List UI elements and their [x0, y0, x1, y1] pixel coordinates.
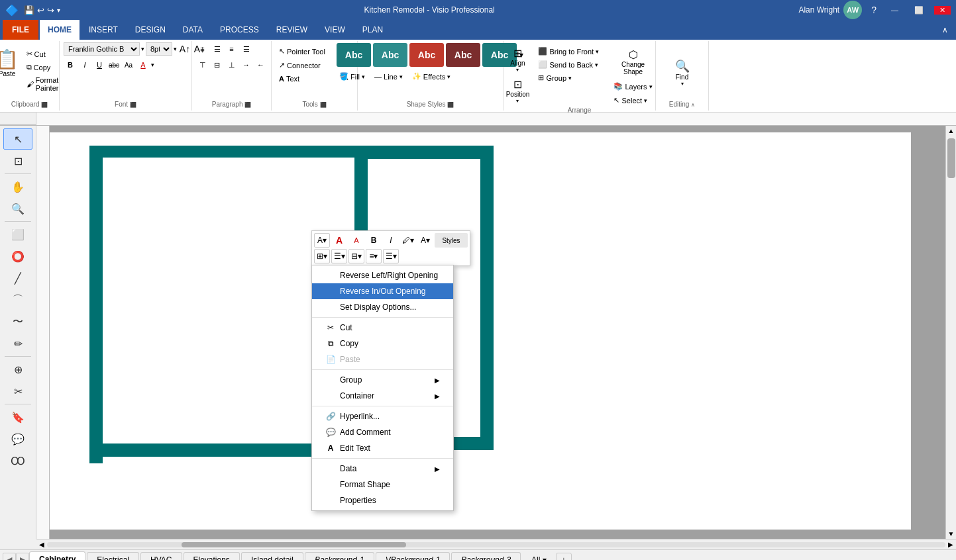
send-back-dropdown[interactable]: ▾	[595, 62, 598, 68]
select-dropdown[interactable]: ▾	[644, 97, 647, 104]
italic-btn[interactable]: I	[78, 58, 91, 71]
h-scroll-thumb[interactable]	[182, 542, 406, 547]
ctx-group[interactable]: Group ▶	[312, 372, 453, 388]
connection-tool-btn[interactable]: ⊕	[3, 359, 32, 380]
strikethrough-btn[interactable]: abc	[107, 58, 121, 71]
mini-italic-btn[interactable]: I	[383, 233, 399, 248]
effects-dropdown[interactable]: ▾	[447, 73, 451, 80]
tab-vbackground-1[interactable]: VBackground-1	[376, 552, 451, 560]
bring-to-front-btn[interactable]: ⬛ Bring to Front ▾	[535, 45, 608, 58]
data-tab[interactable]: DATA	[175, 20, 211, 40]
mini-highlight-btn[interactable]: 🖊▾	[400, 233, 416, 248]
add-sheet-btn[interactable]: +	[556, 553, 572, 561]
format-painter-button[interactable]: 🖌 Format Painter	[23, 74, 66, 94]
pan-tool-btn[interactable]: ✋	[3, 176, 32, 197]
scroll-left-btn[interactable]: ◀	[36, 541, 47, 548]
font-family-select[interactable]: Franklin Gothic B	[64, 42, 140, 56]
find-dropdown[interactable]: ▾	[681, 81, 684, 87]
ctx-cut[interactable]: ✂ Cut	[312, 320, 453, 336]
send-to-back-btn[interactable]: ⬜ Send to Back ▾	[535, 58, 608, 71]
callout-tool-btn[interactable]: 💬	[3, 428, 32, 449]
justify-btn[interactable]: ☰	[240, 42, 253, 56]
mini-list-btn[interactable]: ≡▾	[366, 249, 382, 263]
view-tab[interactable]: VIEW	[317, 20, 353, 40]
scroll-up-btn[interactable]: ▲	[947, 126, 956, 136]
mini-indent-btn[interactable]: ☰▾	[383, 249, 399, 263]
canvas-paper[interactable]: 3′-0″ A▾ A A B I 🖊▾ A▾ Styles	[50, 132, 911, 530]
fill-btn[interactable]: 🪣 Fill ▾	[336, 70, 368, 83]
expand-tools-icon[interactable]: ⬛	[320, 102, 327, 108]
mini-text-size-up-btn[interactable]: A	[331, 233, 347, 248]
process-tab[interactable]: PROCESS	[212, 20, 267, 40]
ctx-reverse-inout[interactable]: Reverse In/Out Opening	[312, 283, 453, 299]
ctx-format-shape[interactable]: Format Shape	[312, 477, 453, 492]
ctx-data[interactable]: Data ▶	[312, 461, 453, 477]
ctx-properties[interactable]: Properties	[312, 492, 453, 508]
align-middle-btn[interactable]: ⊟	[211, 58, 224, 71]
stamp-tool-btn[interactable]: 🔖	[3, 406, 32, 428]
indent-btn[interactable]: →	[240, 58, 253, 71]
bold-btn[interactable]: B	[64, 58, 77, 71]
insert-tab[interactable]: INSERT	[81, 20, 126, 40]
file-menu[interactable]: FILE	[3, 20, 38, 40]
ctx-container[interactable]: Container ▶	[312, 388, 453, 404]
mini-bold-btn[interactable]: B	[366, 233, 382, 248]
minimize-btn[interactable]: —	[886, 6, 904, 14]
shape-style-1[interactable]: Abc	[337, 43, 371, 67]
align-top-btn[interactable]: ⊤	[196, 58, 209, 71]
insert-field-btn[interactable]: Ꝏ	[3, 450, 32, 471]
ctx-copy[interactable]: ⧉ Copy	[312, 336, 453, 351]
ctx-edit-text[interactable]: A Edit Text	[312, 440, 453, 456]
increase-font-btn[interactable]: A↑	[178, 42, 191, 56]
scroll-down-btn[interactable]: ▼	[947, 529, 956, 539]
font-size-select[interactable]: 8pt	[146, 42, 172, 56]
group-dropdown[interactable]: ▾	[568, 75, 572, 81]
zoom-tool-btn[interactable]: 🔍	[3, 198, 32, 219]
font-size-dropdown-icon[interactable]: ▾	[174, 46, 177, 52]
font-color-btn[interactable]: A	[136, 58, 150, 71]
tab-hvac[interactable]: HVAC	[140, 552, 182, 560]
review-tab[interactable]: REVIEW	[268, 20, 315, 40]
sheet-nav-left[interactable]: ◀	[3, 553, 16, 561]
tab-elevations[interactable]: Elevations	[184, 552, 240, 560]
ellipse-tool-btn[interactable]: ⭕	[3, 246, 32, 267]
group-btn[interactable]: ⊞ Group ▾	[535, 71, 608, 84]
mini-format-btn[interactable]: ⊞▾	[314, 249, 330, 263]
mini-para-btn[interactable]: ☰▾	[331, 249, 347, 263]
align-bottom-btn[interactable]: ⊥	[225, 58, 239, 71]
mini-text-size-down-btn[interactable]: A	[348, 233, 364, 248]
font-color-dropdown[interactable]: ▾	[151, 62, 154, 68]
scroll-right-btn[interactable]: ▶	[945, 541, 956, 548]
ctx-hyperlink[interactable]: 🔗 Hyperlink...	[312, 408, 453, 424]
pencil-tool-btn[interactable]: ✏	[3, 333, 32, 354]
sheet-nav-right[interactable]: ▶	[16, 553, 29, 561]
line-dropdown[interactable]: ▾	[399, 73, 403, 80]
shape-style-2[interactable]: Abc	[373, 43, 407, 67]
arc-tool-btn[interactable]: ⌒	[3, 289, 32, 310]
crop-tool-btn[interactable]: ✂	[3, 381, 32, 402]
expand-clipboard-icon[interactable]: ⬛	[41, 102, 48, 108]
help-btn[interactable]: ?	[867, 5, 880, 15]
line-tool-btn[interactable]: ╱	[3, 267, 32, 289]
align-btn[interactable]: ⊞ Align ▾	[503, 45, 532, 75]
ctx-reverse-lr[interactable]: Reverse Left/Right Opening	[312, 267, 453, 283]
paste-button[interactable]: 📋 Paste	[0, 45, 21, 81]
rectangle-tool-btn[interactable]: ⬜	[3, 224, 32, 245]
bring-dropdown[interactable]: ▾	[596, 48, 599, 55]
change-shape-btn[interactable]: ⬡ ChangeShape	[610, 45, 655, 79]
outdent-btn[interactable]: ←	[254, 58, 268, 71]
mini-color-btn[interactable]: A▾	[417, 233, 433, 248]
vertical-scrollbar[interactable]: ▲ ▼	[945, 126, 956, 539]
expand-editing-icon[interactable]: ∧	[691, 102, 695, 108]
mini-styles-btn[interactable]: Styles	[435, 233, 468, 248]
shape-style-4[interactable]: Abc	[446, 43, 480, 67]
expand-para-icon[interactable]: ⬛	[244, 102, 251, 108]
maximize-btn[interactable]: ⬜	[909, 6, 929, 15]
freeform-tool-btn[interactable]: 〜	[3, 311, 32, 332]
tab-background-3[interactable]: Background-3	[451, 552, 521, 560]
ctx-display-options[interactable]: Set Display Options...	[312, 299, 453, 315]
select-tool-btn[interactable]: ↖	[3, 128, 32, 150]
position-dropdown[interactable]: ▾	[516, 98, 519, 104]
layers-dropdown[interactable]: ▾	[649, 83, 653, 90]
select-btn[interactable]: ↖ Select ▾	[610, 94, 655, 107]
